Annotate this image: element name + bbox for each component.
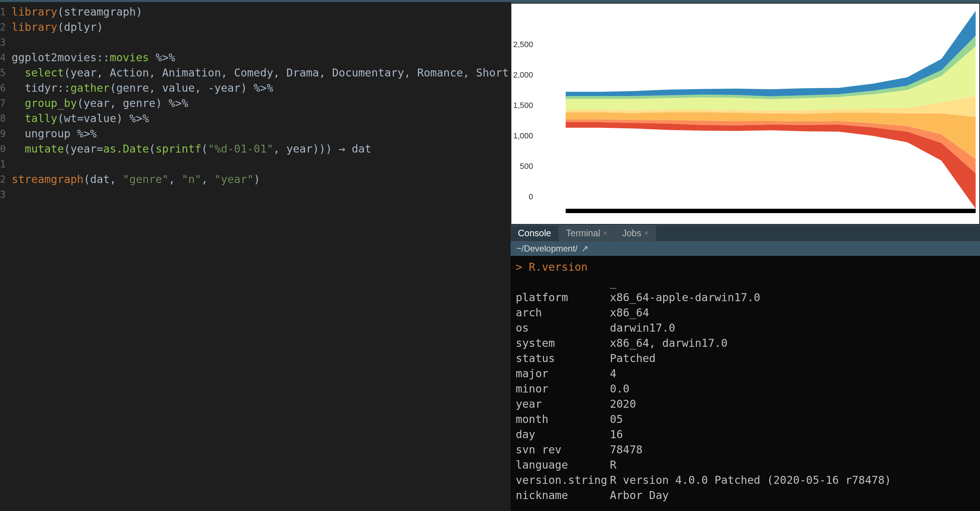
console-key: day xyxy=(516,427,610,442)
y-tick-label: 0 xyxy=(508,192,533,201)
console-path: ~/Development/ xyxy=(516,244,578,254)
console-key: major xyxy=(516,366,610,381)
console-value: x86_64 xyxy=(610,305,649,320)
y-tick-label: 1,000 xyxy=(508,131,533,141)
y-tick-label: 500 xyxy=(508,161,533,171)
console-row: day16 xyxy=(516,427,975,442)
y-tick-label: 2,000 xyxy=(508,70,533,80)
tab-console[interactable]: Console xyxy=(511,225,559,241)
console-row: osdarwin17.0 xyxy=(516,320,975,335)
console-row: year2020 xyxy=(516,396,975,412)
code-line[interactable] xyxy=(11,187,511,202)
code-line[interactable]: ggplot2movies::movies %>% xyxy=(11,50,511,65)
y-tick-label: 2,500 xyxy=(508,40,533,49)
console-row: _ xyxy=(516,275,975,290)
streamgraph-chart xyxy=(566,11,976,209)
console-row: nicknameArbor Day xyxy=(516,488,975,503)
console-value: darwin17.0 xyxy=(610,320,675,335)
console-value: R xyxy=(610,457,616,473)
console-row: major4 xyxy=(516,366,975,381)
console-value: x86_64-apple-darwin17.0 xyxy=(610,290,760,305)
code-line[interactable]: tidyr::gather(genre, value, -year) %>% xyxy=(11,80,511,96)
console-key: status xyxy=(516,351,610,366)
code-line[interactable]: mutate(year=as.Date(sprintf("%d-01-01", … xyxy=(11,141,511,156)
console-row: languageR xyxy=(516,457,975,473)
code-line[interactable]: streamgraph(dat, "genre", "n", "year") xyxy=(11,172,511,187)
y-tick-label: 1,500 xyxy=(508,101,533,110)
console-value: 78478 xyxy=(610,442,643,457)
console-row: month05 xyxy=(516,412,975,427)
tab-label: Console xyxy=(518,228,551,238)
tab-label: Terminal xyxy=(566,228,600,238)
tab-bar: ConsoleTerminal×Jobs× xyxy=(511,225,980,241)
tab-jobs[interactable]: Jobs× xyxy=(615,225,656,241)
console-key: minor xyxy=(516,381,610,396)
console-output[interactable]: > R.version _platformx86_64-apple-darwin… xyxy=(511,256,980,511)
console-value: 4 xyxy=(610,366,616,381)
code-line[interactable]: group_by(year, genre) %>% xyxy=(11,96,511,111)
line-number: 2 xyxy=(0,172,4,187)
console-row: svn rev78478 xyxy=(516,442,975,457)
console-value: 0.0 xyxy=(610,381,630,396)
code-line[interactable]: select(year, Action, Animation, Comedy, … xyxy=(11,65,511,80)
console-value: 2020 xyxy=(610,396,636,412)
console-row: platformx86_64-apple-darwin17.0 xyxy=(516,290,975,305)
console-key: os xyxy=(516,320,610,335)
line-number: 3 xyxy=(0,187,4,202)
console-value: R version 4.0.0 Patched (2020-05-16 r784… xyxy=(610,473,891,488)
console-key: month xyxy=(516,412,610,427)
tab-terminal[interactable]: Terminal× xyxy=(559,225,615,241)
plot-area[interactable]: 2,5002,0001,5001,0005000 xyxy=(511,4,979,224)
line-number: 5 xyxy=(0,65,4,80)
code-line[interactable]: tally(wt=value) %>% xyxy=(11,111,511,126)
line-number: 7 xyxy=(0,96,4,111)
line-number: 3 xyxy=(0,35,4,50)
console-key: platform xyxy=(516,290,610,305)
stream-layer xyxy=(566,122,976,209)
line-gutter: 1234567890123 xyxy=(0,2,5,511)
console-prompt: > R.version xyxy=(516,259,975,275)
line-number: 1 xyxy=(0,4,4,19)
code-line[interactable] xyxy=(11,156,511,172)
close-icon[interactable]: × xyxy=(644,229,649,237)
code-line[interactable] xyxy=(11,35,511,50)
console-value: x86_64, darwin17.0 xyxy=(610,335,727,351)
console-row: minor0.0 xyxy=(516,381,975,396)
console-key: svn rev xyxy=(516,442,610,457)
console-key: system xyxy=(516,335,610,351)
line-number: 0 xyxy=(0,141,4,156)
console-value: Arbor Day xyxy=(610,488,669,503)
plot-pane: 2,5002,0001,5001,0005000 xyxy=(511,0,980,225)
line-number: 8 xyxy=(0,111,4,126)
console-row: statusPatched xyxy=(516,351,975,366)
console-key: arch xyxy=(516,305,610,320)
go-arrow-icon[interactable]: ↗ xyxy=(581,244,589,254)
plot-toolbar xyxy=(511,0,980,3)
console-value: 05 xyxy=(610,412,623,427)
code-line[interactable]: library(streamgraph) xyxy=(11,4,511,19)
line-number: 6 xyxy=(0,80,4,96)
console-key: nickname xyxy=(516,488,610,503)
console-path-bar: ~/Development/ ↗ xyxy=(511,241,980,256)
code-lines[interactable]: library(streamgraph)library(dplyr)ggplot… xyxy=(5,2,511,511)
line-number: 1 xyxy=(0,156,4,172)
line-number: 4 xyxy=(0,50,4,65)
console-key: year xyxy=(516,396,610,412)
tab-label: Jobs xyxy=(622,228,641,238)
close-icon[interactable]: × xyxy=(603,229,607,237)
code-editor[interactable]: 1234567890123 library(streamgraph)librar… xyxy=(0,2,511,511)
console-key: version.string xyxy=(516,473,610,488)
code-line[interactable]: library(dplyr) xyxy=(11,19,511,35)
source-pane: 1234567890123 library(streamgraph)librar… xyxy=(0,0,511,511)
console-pane: ConsoleTerminal×Jobs× ~/Development/ ↗ >… xyxy=(511,225,980,511)
console-row: archx86_64 xyxy=(516,305,975,320)
source-toolbar xyxy=(0,0,511,2)
console-value: Patched xyxy=(610,351,655,366)
code-line[interactable]: ungroup %>% xyxy=(11,126,511,141)
console-key: language xyxy=(516,457,610,473)
line-number: 9 xyxy=(0,126,4,141)
console-value: 16 xyxy=(610,427,623,442)
x-axis xyxy=(566,209,976,213)
console-row: systemx86_64, darwin17.0 xyxy=(516,335,975,351)
console-row: version.stringR version 4.0.0 Patched (2… xyxy=(516,473,975,488)
